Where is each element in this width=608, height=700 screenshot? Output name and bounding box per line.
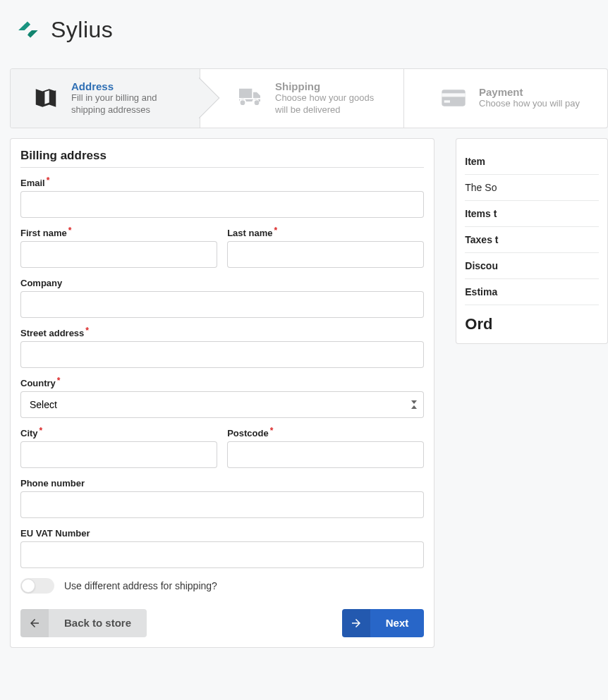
- step-shipping-desc: Choose how your goods will be delivered: [275, 92, 384, 116]
- vat-field[interactable]: [20, 541, 424, 568]
- last-name-label: Last name*: [227, 228, 424, 238]
- country-select[interactable]: Select: [20, 391, 424, 418]
- truck-icon: [234, 82, 265, 113]
- step-address[interactable]: Address Fill in your billing and shippin…: [11, 69, 200, 128]
- checkout-steps: Address Fill in your billing and shippin…: [10, 68, 608, 128]
- step-payment-desc: Choose how you will pay: [479, 98, 580, 110]
- first-name-field[interactable]: [20, 241, 217, 268]
- svg-rect-2: [442, 90, 465, 106]
- summary-estimated: Estima: [465, 279, 599, 305]
- different-shipping-label: Use different address for shipping?: [64, 580, 217, 591]
- brand-header: Sylius: [0, 0, 608, 68]
- billing-section-title: Billing address: [20, 149, 424, 168]
- brand-name: Sylius: [51, 17, 113, 43]
- company-field[interactable]: [20, 291, 424, 318]
- street-label: Street address*: [20, 328, 424, 338]
- arrow-left-icon: [20, 609, 49, 637]
- back-to-store-button[interactable]: Back to store: [20, 609, 147, 637]
- svg-rect-4: [444, 101, 450, 103]
- street-field[interactable]: [20, 341, 424, 368]
- summary-line-item: The So: [465, 175, 599, 201]
- credit-card-icon: [438, 82, 469, 113]
- city-label: City*: [20, 428, 217, 438]
- first-name-label: First name*: [20, 228, 217, 238]
- last-name-field[interactable]: [227, 241, 424, 268]
- country-label: Country*: [20, 378, 424, 388]
- email-field[interactable]: [20, 191, 424, 218]
- next-button[interactable]: Next: [342, 609, 425, 637]
- vat-label: EU VAT Number: [20, 528, 424, 539]
- svg-rect-3: [442, 94, 465, 97]
- city-field[interactable]: [20, 441, 217, 468]
- step-address-title: Address: [71, 80, 180, 92]
- summary-discount: Discou: [465, 253, 599, 279]
- step-payment[interactable]: Payment Choose how you will pay: [403, 69, 607, 128]
- sylius-logo-icon: [14, 14, 51, 46]
- email-label: Email*: [20, 178, 424, 188]
- svg-marker-0: [18, 22, 30, 31]
- step-payment-title: Payment: [479, 86, 580, 98]
- summary-header: Item: [465, 149, 599, 175]
- step-address-desc: Fill in your billing and shipping addres…: [71, 92, 180, 116]
- arrow-right-icon: [342, 609, 370, 637]
- postcode-field[interactable]: [227, 441, 424, 468]
- summary-taxes: Taxes t: [465, 227, 599, 253]
- order-summary-panel: Item The So Items t Taxes t Discou Estim…: [456, 138, 608, 344]
- phone-label: Phone number: [20, 478, 424, 489]
- postcode-label: Postcode*: [227, 428, 424, 438]
- billing-form-panel: Billing address Email* First name* Last …: [10, 138, 434, 648]
- step-shipping[interactable]: Shipping Choose how your goods will be d…: [200, 69, 403, 128]
- different-shipping-toggle[interactable]: [20, 578, 54, 594]
- step-shipping-title: Shipping: [275, 80, 384, 92]
- map-icon: [30, 82, 61, 113]
- toggle-knob: [21, 579, 35, 593]
- summary-order-total: Ord: [465, 305, 599, 333]
- company-label: Company: [20, 278, 424, 288]
- phone-field[interactable]: [20, 491, 424, 518]
- summary-items-total: Items t: [465, 201, 599, 227]
